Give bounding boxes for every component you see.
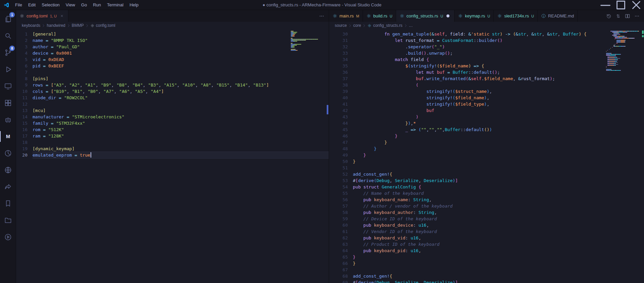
code-line[interactable]: pub keyboard_name: String, <box>353 196 644 203</box>
code-line[interactable]: [dynamic_keymap] <box>33 146 329 152</box>
code-line[interactable] <box>33 69 329 75</box>
code-line[interactable]: } <box>353 133 644 139</box>
line-number[interactable]: 63 <box>329 241 348 247</box>
line-number[interactable]: 60 <box>329 222 348 228</box>
overview-ruler[interactable] <box>642 29 644 283</box>
timeline-icon[interactable] <box>605 12 612 20</box>
code-line[interactable]: ) <box>353 114 644 120</box>
code-line[interactable]: family = "STM32F4xx" <box>33 120 329 126</box>
code-line[interactable]: add_const_gen!{ <box>353 273 644 279</box>
code-line[interactable]: let rust_format = CustomFormat::builder(… <box>353 37 644 44</box>
line-number[interactable]: 35 <box>329 63 348 69</box>
menu-item-file[interactable]: File <box>12 0 25 10</box>
line-number[interactable]: 48 <box>329 146 348 152</box>
menu-item-terminal[interactable]: Terminal <box>104 0 126 10</box>
code-line[interactable]: rows = ["A3", "A2", "A1", "B9", "B8", "B… <box>33 82 329 88</box>
line-number[interactable]: 40 <box>329 95 348 101</box>
activity-item-project-manager[interactable] <box>0 212 16 229</box>
activity-item-source-control[interactable]: 8 <box>0 44 16 61</box>
tab-build.rs[interactable]: build.rsU <box>363 10 396 22</box>
minimap[interactable] <box>291 29 326 283</box>
line-number[interactable]: 31 <box>329 37 348 44</box>
line-number[interactable]: 57 <box>329 203 348 209</box>
minimap[interactable] <box>606 29 642 283</box>
activity-item-share-extension[interactable] <box>0 178 16 195</box>
line-number[interactable]: 45 <box>329 126 348 133</box>
tab-main.rs[interactable]: main.rsM <box>329 10 363 22</box>
line-number[interactable]: 49 <box>329 152 348 158</box>
activity-item-extensions[interactable] <box>0 95 16 111</box>
code-line[interactable]: // Name of the keyboard <box>353 190 644 196</box>
code-line[interactable]: } <box>353 254 644 260</box>
code-line[interactable]: }),* <box>353 120 644 126</box>
code-line[interactable]: pub keyboard_author: String, <box>353 209 644 216</box>
line-number[interactable]: 10 <box>16 88 28 95</box>
code-line[interactable]: buf <box>353 107 644 114</box>
menu-item-edit[interactable]: Edit <box>25 0 39 10</box>
code-line[interactable]: // Vendor ID of the keyboard <box>353 228 644 235</box>
code-line[interactable]: } <box>353 146 644 152</box>
tab-sled1734x.rs[interactable]: sled1734x.rsU <box>494 10 538 22</box>
code-line[interactable]: [general] <box>33 31 329 37</box>
line-number[interactable]: 33 <box>329 50 348 56</box>
line-number[interactable]: 1 <box>16 31 28 37</box>
window-maximize-button[interactable] <box>613 0 629 10</box>
code-line[interactable]: cols = ["B10", "B1", "B0", "A7", "A6", "… <box>33 88 329 95</box>
code-line[interactable]: fn gen_meta_tuple(&self, field: &'static… <box>353 31 644 37</box>
line-number[interactable]: 58 <box>329 209 348 216</box>
line-number[interactable]: 39 <box>329 88 348 95</box>
code-line[interactable]: // Author / vendor of the keyboard <box>353 203 644 209</box>
line-number[interactable]: 30 <box>329 31 348 37</box>
line-number[interactable]: 62 <box>329 235 348 241</box>
breadcrumb-item[interactable]: source <box>334 23 347 28</box>
code-line[interactable]: diode_dir = "ROW2COL" <box>33 95 329 101</box>
code-line[interactable]: author = "Paul_GD" <box>33 44 329 50</box>
code-line[interactable]: } <box>353 260 644 267</box>
line-number[interactable]: 42 <box>329 107 348 114</box>
code-line[interactable]: emulated_eeprom = true <box>33 152 329 158</box>
line-number[interactable]: 4 <box>16 50 28 56</box>
activity-item-run-and-debug[interactable] <box>0 61 16 78</box>
close-icon[interactable] <box>59 13 65 19</box>
line-number[interactable]: 15 <box>16 120 28 126</box>
code-line[interactable]: vid = 0xDEAD <box>33 56 329 63</box>
code-line[interactable]: #[derive(Debug, Serialize, Deserialize)] <box>353 279 644 283</box>
code-line[interactable]: // Product ID of the keyboard <box>353 241 644 247</box>
line-number[interactable]: 56 <box>329 196 348 203</box>
code-line[interactable] <box>33 139 329 146</box>
code-content[interactable]: fn gen_meta_tuple(&self, field: &'static… <box>353 31 644 283</box>
code-line[interactable]: device = 0x0001 <box>33 50 329 56</box>
activity-item-robot-extension[interactable] <box>0 111 16 128</box>
code-line[interactable]: ( <box>353 82 644 88</box>
line-number[interactable]: 38 <box>329 82 348 88</box>
window-close-button[interactable] <box>629 0 644 10</box>
menu-item-selection[interactable]: Selection <box>39 0 62 10</box>
code-line[interactable]: pid = 0xBEEF <box>33 63 329 69</box>
line-number[interactable]: 19 <box>16 146 28 152</box>
code-line[interactable] <box>353 267 644 273</box>
code-editor[interactable]: 1234567891011121314151617181920 [general… <box>16 29 329 283</box>
line-number[interactable]: 20 <box>16 152 28 158</box>
line-number[interactable]: 41 <box>329 101 348 107</box>
line-number[interactable]: 36 <box>329 69 348 75</box>
code-line[interactable]: // Device ID of the keyboard <box>353 216 644 222</box>
window-minimize-button[interactable] <box>598 0 613 10</box>
line-number[interactable]: 9 <box>16 82 28 88</box>
code-line[interactable]: pub keyboard_pid: u16, <box>353 247 644 254</box>
tab-config.toml[interactable]: config.toml1, U <box>16 10 68 22</box>
line-number[interactable]: 52 <box>329 171 348 177</box>
code-line[interactable]: .seperator("_") <box>353 44 644 50</box>
line-number[interactable]: 51 <box>329 165 348 171</box>
activity-item-code-runner[interactable] <box>0 229 16 245</box>
split-editor-icon[interactable] <box>624 12 631 20</box>
breadcrumb-item[interactable]: handwired <box>46 23 65 28</box>
code-line[interactable]: ram = "128K" <box>33 133 329 139</box>
code-line[interactable]: } <box>353 158 644 165</box>
line-number[interactable]: 64 <box>329 247 348 254</box>
line-number[interactable]: 55 <box>329 190 348 196</box>
breadcrumb-item[interactable]: … <box>409 23 413 28</box>
line-number[interactable]: 59 <box>329 216 348 222</box>
line-number[interactable]: 3 <box>16 44 28 50</box>
code-line[interactable]: $(stringify!($field_name) => { <box>353 63 644 69</box>
line-number[interactable]: 8 <box>16 75 28 82</box>
